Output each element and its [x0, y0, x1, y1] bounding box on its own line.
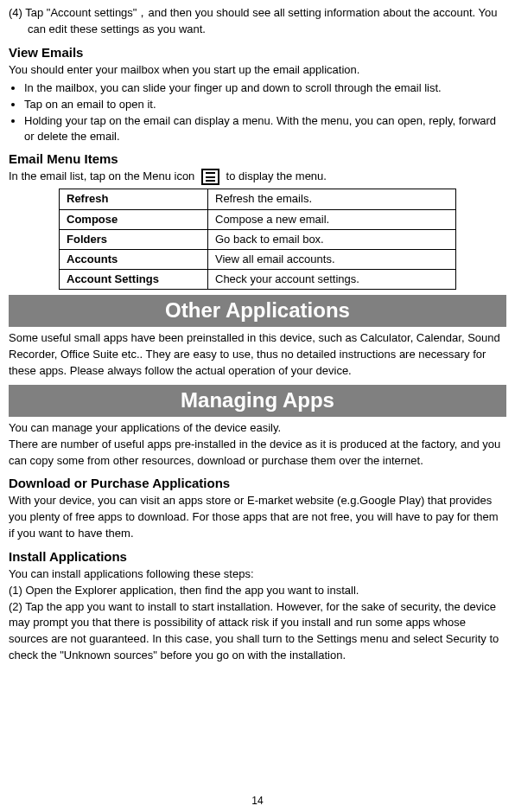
menu-label: Refresh	[60, 189, 208, 209]
view-emails-intro: You should enter your mailbox when you s…	[9, 62, 506, 79]
menu-label: Folders	[60, 229, 208, 249]
menu-label: Accounts	[60, 249, 208, 269]
download-heading: Download or Purchase Applications	[9, 476, 506, 490]
menu-icon	[201, 169, 219, 185]
list-item: Holding your tap on the email can displa…	[24, 113, 506, 144]
view-emails-heading: View Emails	[9, 45, 506, 60]
table-row: Compose Compose a new email.	[60, 209, 456, 229]
menu-label: Compose	[60, 209, 208, 229]
managing-apps-intro1: You can manage your applications of the …	[9, 420, 506, 437]
view-emails-bullets: In the mailbox, you can slide your finge…	[24, 80, 506, 145]
table-row: Account Settings Check your account sett…	[60, 270, 456, 290]
email-menu-intro: In the email list, tap on the Menu icon …	[9, 169, 506, 185]
table-row: Refresh Refresh the emails.	[60, 189, 456, 209]
email-menu-intro-pre: In the email list, tap on the Menu icon	[9, 169, 198, 182]
step-4-text: (4) Tap "Account settings"，and then you …	[9, 5, 506, 38]
install-apps-heading: Install Applications	[9, 549, 506, 564]
install-intro: You can install applications following t…	[9, 566, 506, 583]
email-menu-table: Refresh Refresh the emails. Compose Comp…	[59, 189, 456, 290]
other-applications-banner: Other Applications	[9, 295, 506, 327]
page-number: 14	[0, 795, 515, 807]
table-row: Folders Go back to email box.	[60, 229, 456, 249]
managing-apps-banner: Managing Apps	[9, 385, 506, 417]
menu-desc: View all email accounts.	[208, 249, 456, 269]
menu-desc: Go back to email box.	[208, 229, 456, 249]
menu-label: Account Settings	[60, 270, 208, 290]
list-item: Tap on an email to open it.	[24, 97, 506, 112]
install-step-2: (2) Tap the app you want to install to s…	[9, 599, 506, 664]
managing-apps-intro2: There are number of useful apps pre-inst…	[9, 437, 506, 470]
menu-desc: Compose a new email.	[208, 209, 456, 229]
menu-desc: Check your account settings.	[208, 270, 456, 290]
menu-desc: Refresh the emails.	[208, 189, 456, 209]
email-menu-heading: Email Menu Items	[9, 151, 506, 166]
other-apps-body: Some useful small apps have been preinst…	[9, 330, 506, 380]
table-row: Accounts View all email accounts.	[60, 249, 456, 269]
email-menu-intro-post: to display the menu.	[223, 169, 327, 182]
install-step-1: (1) Open the Explorer application, then …	[9, 583, 506, 599]
download-body: With your device, you can visit an apps …	[9, 493, 506, 542]
list-item: In the mailbox, you can slide your finge…	[24, 80, 506, 96]
